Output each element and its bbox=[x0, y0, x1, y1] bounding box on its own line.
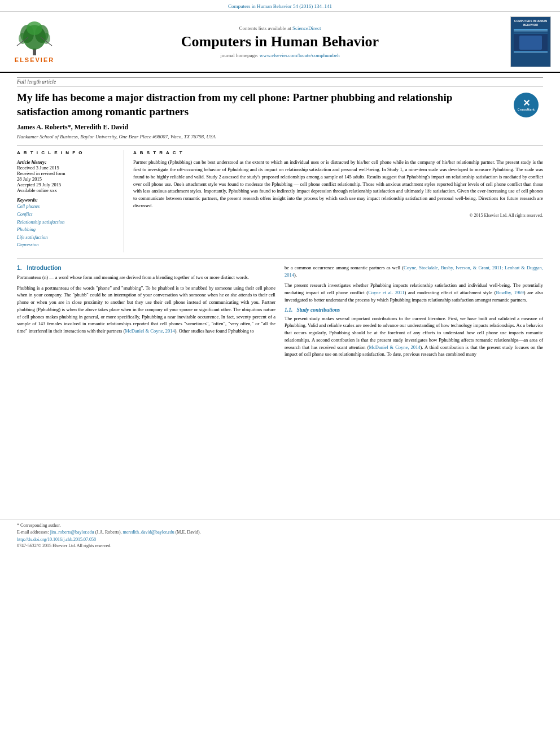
elsevier-logo-area: ELSEVIER bbox=[9, 20, 60, 63]
journal-center: Contents lists available at ScienceDirec… bbox=[65, 25, 495, 58]
journal-homepage-line: journal homepage: www.elsevier.com/locat… bbox=[65, 53, 495, 58]
keywords-list: Cell phones Conflict Relationship satisf… bbox=[17, 203, 117, 249]
email-label: E-mail addresses: bbox=[17, 530, 49, 535]
ref-mcdaniel-coyne[interactable]: McDaniel & Coyne, 2014 bbox=[125, 328, 174, 334]
footer-corresponding-note: * Corresponding author. bbox=[17, 523, 543, 528]
keyword-3: Relationship satisfaction bbox=[17, 219, 117, 226]
article-info-abstract-section: A R T I C L E I N F O Article history: R… bbox=[17, 145, 543, 252]
available-online: Available online xxx bbox=[17, 187, 117, 193]
article-history-label: Article history: bbox=[17, 159, 47, 165]
body-right-column: be a common occurrence among romantic pa… bbox=[285, 264, 543, 508]
section-divider bbox=[17, 258, 543, 259]
email2-name: (M.E. David). bbox=[176, 530, 201, 535]
email2-link[interactable]: meredith_david@baylor.edu bbox=[123, 530, 174, 535]
journal-cover-area: COMPUTERS IN HUMAN BEHAVIOR bbox=[500, 16, 551, 67]
article-history-group: Article history: Received 3 June 2015 Re… bbox=[17, 159, 117, 193]
right-para2: The present research investigates whethe… bbox=[285, 282, 543, 303]
footer-email-line: E-mail addresses: jim_roberts@baylor.edu… bbox=[17, 530, 543, 535]
crossmark-x: ✕ bbox=[523, 99, 530, 108]
abstract-paragraph: Partner phubbing (Pphubbing) can be best… bbox=[133, 159, 543, 209]
crossmark-label: CrossMark bbox=[518, 108, 535, 112]
email1-link[interactable]: jim_roberts@baylor.edu bbox=[50, 530, 94, 535]
authors-text: James A. Roberts*, Meredith E. David bbox=[17, 123, 128, 131]
elsevier-tree-icon bbox=[11, 20, 58, 55]
article-affiliation: Hankamer School of Business, Baylor Univ… bbox=[17, 134, 543, 139]
ref-bowlby[interactable]: Bowlby, 1969 bbox=[496, 290, 524, 295]
section1-body: Portmanteau (n) — a word whose form and … bbox=[17, 274, 275, 335]
received-revised-label: Received in revised form bbox=[17, 171, 117, 176]
ref-coyne[interactable]: Coyne, Stockdale, Busby, Iverson, & Gran… bbox=[285, 265, 543, 278]
article-authors: James A. Roberts*, Meredith E. David bbox=[17, 123, 543, 132]
keyword-5: Life satisfaction bbox=[17, 234, 117, 242]
journal-reference-bar: Computers in Human Behavior 54 (2016) 13… bbox=[0, 0, 560, 12]
right-para1: be a common occurrence among romantic pa… bbox=[285, 264, 543, 279]
body-left-column: 1. Introduction Portmanteau (n) — a word… bbox=[17, 264, 275, 508]
received-date: Received 3 June 2015 bbox=[17, 165, 117, 171]
subsection-para1: The present study makes several importan… bbox=[285, 315, 543, 359]
journal-header: ELSEVIER Contents lists available at Sci… bbox=[0, 12, 560, 73]
section1-number: 1. bbox=[17, 264, 22, 271]
crossmark-icon: ✕ CrossMark bbox=[514, 93, 539, 117]
right-col-intro: be a common occurrence among romantic pa… bbox=[285, 264, 543, 304]
keyword-6: Depression bbox=[17, 241, 117, 249]
doi-link[interactable]: http://dx.doi.org/10.1016/j.chb.2015.07.… bbox=[17, 537, 543, 542]
article-info-heading: A R T I C L E I N F O bbox=[17, 150, 117, 155]
journal-reference-text: Computers in Human Behavior 54 (2016) 13… bbox=[228, 3, 332, 9]
journal-title: Computers in Human Behavior bbox=[65, 33, 495, 50]
ref-coyne2[interactable]: Coyne et al. 2011 bbox=[368, 290, 404, 295]
subsection-number: 1.1. bbox=[285, 307, 292, 313]
subsection-title: Study contributions bbox=[296, 307, 340, 313]
copyright-line: © 2015 Elsevier Ltd. All rights reserved… bbox=[133, 213, 543, 218]
section1-para1: Portmanteau (n) — a word whose form and … bbox=[17, 274, 275, 281]
svg-point-5 bbox=[19, 33, 27, 44]
section1-para2: Phubbing is a portmanteau of the words "… bbox=[17, 285, 275, 335]
article-footer: * Corresponding author. E-mail addresses… bbox=[0, 519, 560, 552]
svg-point-4 bbox=[27, 21, 42, 35]
section1-title: Introduction bbox=[27, 264, 62, 271]
sciencedirect-link[interactable]: ScienceDirect bbox=[292, 25, 321, 31]
keywords-label: Keywords: bbox=[17, 197, 38, 203]
keywords-group: Keywords: Cell phones Conflict Relations… bbox=[17, 196, 117, 249]
article-body: Full length article My life has become a… bbox=[0, 73, 560, 513]
section1-heading: 1. Introduction bbox=[17, 264, 275, 271]
abstract-heading: A B S T R A C T bbox=[133, 150, 543, 155]
article-info-column: A R T I C L E I N F O Article history: R… bbox=[17, 150, 124, 252]
received-revised-date: 28 July 2015 bbox=[17, 176, 117, 182]
cover-title: COMPUTERS IN HUMAN BEHAVIOR bbox=[512, 19, 549, 27]
article-title-text: My life has become a major distraction f… bbox=[17, 91, 452, 117]
abstract-text: Partner phubbing (Pphubbing) can be best… bbox=[133, 159, 543, 209]
keyword-2: Conflict bbox=[17, 211, 117, 219]
article-type-label: Full length article bbox=[17, 77, 543, 86]
journal-cover-image: COMPUTERS IN HUMAN BEHAVIOR bbox=[510, 16, 551, 67]
footer-issn: 0747-5632/© 2015 Elsevier Ltd. All right… bbox=[17, 543, 543, 548]
ref-mcdaniel-coyne2[interactable]: McDaniel & Coyne, 2014 bbox=[369, 344, 421, 350]
subsection1-1-heading: 1.1. Study contributions bbox=[285, 307, 543, 313]
abstract-column: A B S T R A C T Partner phubbing (Pphubb… bbox=[133, 150, 543, 252]
keyword-1: Cell phones bbox=[17, 203, 117, 211]
email1-name: (J.A. Roberts), bbox=[95, 530, 121, 535]
accepted-date: Accepted 29 July 2015 bbox=[17, 182, 117, 187]
journal-homepage-link[interactable]: www.elsevier.com/locate/comphumbeh bbox=[260, 53, 340, 58]
elsevier-wordmark: ELSEVIER bbox=[15, 56, 54, 63]
main-body-section: 1. Introduction Portmanteau (n) — a word… bbox=[17, 264, 543, 508]
corresponding-label: * Corresponding author. bbox=[17, 523, 61, 528]
keyword-4: Phubbing bbox=[17, 226, 117, 234]
article-title: My life has become a major distraction f… bbox=[17, 91, 543, 119]
sciencedirect-line: Contents lists available at ScienceDirec… bbox=[65, 25, 495, 31]
svg-point-6 bbox=[42, 33, 50, 44]
subsection1-1-body: The present study makes several importan… bbox=[285, 315, 543, 359]
crossmark-badge: ✕ CrossMark bbox=[509, 91, 543, 119]
